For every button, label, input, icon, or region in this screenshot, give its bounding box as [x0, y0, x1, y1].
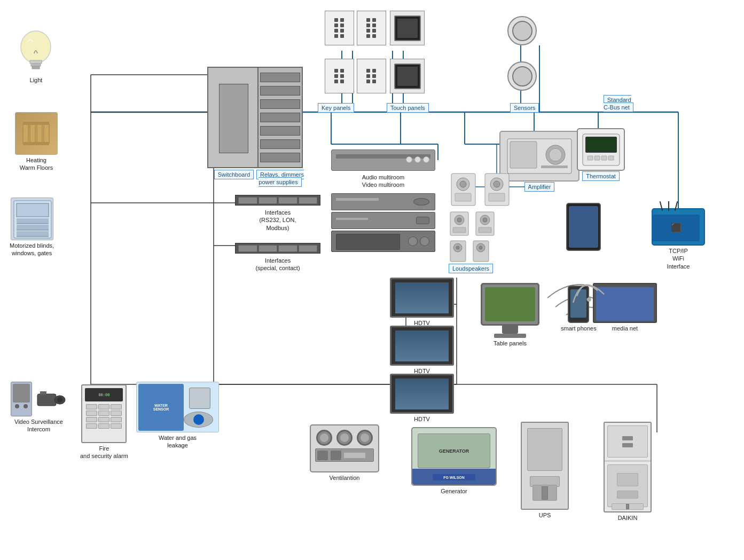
svg-rect-39	[23, 123, 28, 144]
svg-rect-85	[601, 156, 607, 160]
touch-panels-label-container: Touch panels	[387, 104, 429, 112]
switchboard-icon	[207, 67, 261, 168]
ventilation-icon	[310, 424, 379, 472]
svg-point-79	[479, 246, 482, 249]
av-multiroom-node: Audio multiroom Video multiroom	[331, 149, 435, 252]
speaker-2-icon	[482, 171, 512, 208]
key-panel-1-icon	[325, 11, 354, 45]
amplifier-svg	[505, 136, 574, 176]
hdtv-3-icon	[390, 374, 454, 414]
svg-rect-82	[586, 138, 616, 152]
key-panel-4-node	[357, 59, 386, 93]
blinds-svg	[11, 198, 53, 240]
svg-rect-48	[17, 225, 49, 230]
svg-point-60	[460, 181, 466, 187]
svg-rect-83	[588, 156, 593, 160]
camera-icon	[35, 389, 67, 410]
thermostat-icon	[577, 128, 625, 171]
daikin-label: DAIKIN	[618, 514, 638, 522]
key-panel-3-icon	[325, 59, 354, 93]
speaker-6-icon	[472, 239, 490, 263]
svg-rect-41	[37, 123, 42, 144]
interfaces-rs232-label: Interfaces (RS232, LON, Modbus)	[259, 209, 296, 232]
din-rail-node: Relays, dimmers power supplies	[256, 67, 304, 186]
generator-icon: GENERATOR FG WILSON	[411, 427, 497, 486]
loudspeakers-row2	[449, 210, 512, 237]
light-label: Light	[30, 76, 43, 84]
svg-rect-49	[17, 231, 49, 236]
table-panels-label: Table panels	[494, 340, 527, 347]
speaker-1-icon	[449, 171, 478, 208]
av-multiroom-label: Audio multiroom Video multiroom	[362, 173, 404, 189]
media-net-label: media net	[612, 325, 638, 332]
svg-point-35	[21, 31, 51, 63]
heating-icon	[15, 112, 58, 155]
svg-point-76	[456, 246, 459, 249]
video-surv-node: Video Surveillance Intercom	[11, 382, 67, 433]
svg-rect-44	[23, 142, 49, 145]
key-panels-label: Key panels	[318, 103, 354, 113]
hdtv-3-node: HDTV	[390, 374, 454, 423]
av-stack	[331, 193, 435, 252]
touch-panel-1-icon	[390, 11, 425, 45]
thermostat-label: Thermostat	[582, 171, 620, 181]
interfaces-special-label: Interfaces (special, contact)	[255, 257, 300, 272]
tcpip-icon: ⬛	[652, 208, 705, 246]
touch-panels-label: Touch panels	[387, 103, 429, 113]
blinds-icon	[11, 198, 53, 240]
ventilation-node: Ventilantion	[310, 424, 379, 482]
water-gas-node: WATERSENSOR Water and gas leakage	[136, 382, 219, 449]
tcpip-node: ⬛ TCP/IP WiFi Interface	[652, 208, 705, 270]
svg-rect-65	[489, 193, 505, 201]
ups-node: UPS	[521, 422, 569, 519]
table-panels-icon	[481, 283, 539, 338]
svg-rect-36	[30, 60, 42, 64]
key-panel-3-node	[325, 59, 354, 93]
svg-rect-54	[510, 141, 537, 168]
loudspeakers-row1	[449, 171, 512, 208]
hdtv-1-icon	[390, 278, 454, 318]
touch-panel-2-icon	[390, 59, 425, 93]
sensors-label: Sensors	[510, 103, 539, 113]
key-panel-2-icon	[357, 11, 386, 45]
svg-rect-46	[17, 203, 49, 217]
sensor-1-icon	[507, 16, 537, 45]
heating-node: Heating Warm Floors	[15, 112, 58, 172]
key-panel-1-node	[325, 11, 354, 45]
ventilation-label: Ventilantion	[330, 474, 360, 482]
din-rail-icon	[257, 67, 303, 168]
switchboard-node: ▶ Switchboard	[207, 67, 261, 178]
heating-label: Heating Warm Floors	[20, 156, 53, 172]
svg-point-91	[586, 297, 592, 302]
av-receiver-icon	[331, 149, 435, 171]
interfaces-special-node: Interfaces (special, contact)	[235, 243, 320, 272]
ups-icon	[521, 422, 569, 510]
switchboard-label: Switchboard	[214, 170, 254, 179]
svg-rect-38	[32, 66, 40, 69]
daikin-node: DAIKIN	[604, 422, 652, 522]
fire-alarm-icon: 00:00	[81, 384, 127, 443]
interfaces-rs232-node: Interfaces (RS232, LON, Modbus)	[235, 195, 320, 232]
svg-rect-86	[608, 156, 614, 160]
sensor-1-node	[507, 16, 537, 45]
sensor-2-icon	[507, 61, 537, 91]
water-gas-label: Water and gas leakage	[159, 434, 197, 449]
svg-rect-84	[594, 156, 600, 160]
table-panels-node: Table panels	[481, 283, 539, 347]
svg-point-68	[457, 218, 461, 222]
blinds-label: Motorized blinds, windows, gates	[10, 242, 54, 257]
key-panel-2-node	[357, 11, 386, 45]
fire-alarm-label: Fire and security alarm	[80, 445, 128, 460]
wall-touch-panel-node	[566, 203, 601, 251]
light-node: Light	[16, 27, 56, 84]
svg-rect-90	[40, 391, 46, 395]
hdtv-3-label: HDTV	[414, 415, 430, 423]
svg-point-56	[549, 148, 562, 161]
loudspeakers-node: Loudspeakers	[449, 171, 512, 272]
svg-rect-69	[453, 227, 466, 233]
heating-svg	[20, 117, 52, 149]
video-surv-label: Video Surveillance Intercom	[14, 418, 63, 433]
svg-rect-40	[30, 123, 35, 144]
relays-label: Relays, dimmers power supplies	[256, 170, 304, 187]
thermostat-svg	[581, 132, 621, 167]
